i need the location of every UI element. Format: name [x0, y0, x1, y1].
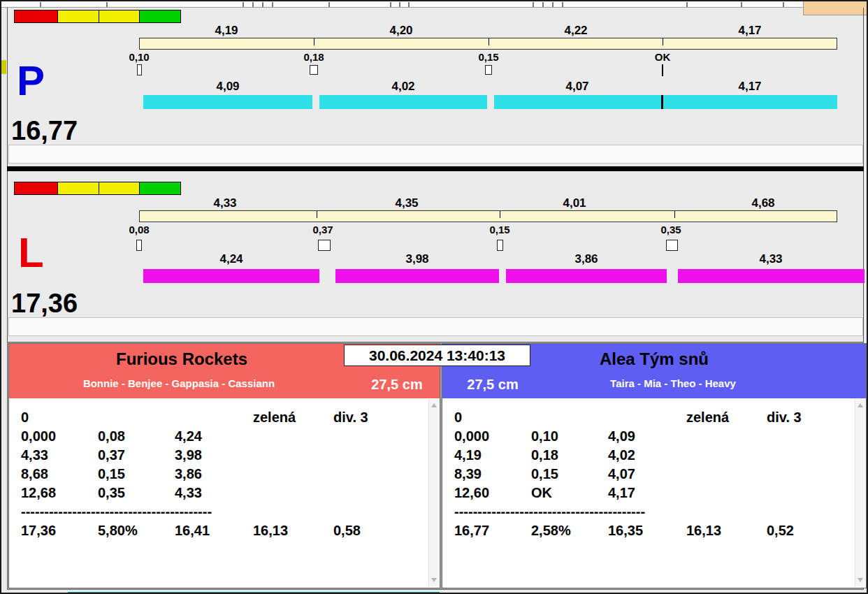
split-time-label: 4,35: [395, 196, 418, 210]
change-marker-box: [497, 240, 503, 251]
lane-p-traffic-light-bar: [14, 10, 181, 23]
change-marker-tick: [662, 64, 663, 76]
change-time-label: 0,08: [129, 224, 149, 236]
run-time-label: 4,02: [391, 80, 414, 94]
table-row: 12,68 0,35 4,33: [21, 484, 428, 502]
lane-l-letter: L: [18, 232, 44, 274]
traffic-green-segment: [140, 182, 180, 194]
team-right-jump-height: 27,5 cm: [451, 377, 535, 393]
split-tick: [314, 38, 314, 45]
datetime-display: 30.06.2024 13:40:13: [344, 345, 530, 366]
scroll-up-icon[interactable]: [858, 403, 863, 407]
window-edge-tick: [262, 2, 263, 7]
scrollbar[interactable]: [855, 399, 865, 586]
split-time-label: 4,19: [215, 24, 238, 38]
change-marker-box: [137, 64, 142, 75]
run-time-label: 4,17: [738, 80, 761, 94]
run-bar-segment: [319, 95, 487, 109]
table-row: 8,68 0,15 3,86: [21, 465, 428, 484]
window-top-edge: [1, 1, 867, 8]
division-label: div. 3: [767, 408, 855, 427]
window-edge-tick: [741, 2, 742, 7]
lane-l-traffic-light-bar: [14, 182, 181, 195]
scroll-down-icon[interactable]: [858, 578, 863, 582]
table-row: 4,33 0,37 3,98: [21, 446, 428, 465]
scroll-down-icon[interactable]: [431, 578, 437, 582]
change-time-label: 0,15: [489, 224, 509, 236]
split-tick: [489, 38, 489, 45]
run-time-label: 3,98: [405, 252, 428, 266]
lane-divider: [7, 166, 864, 171]
run-time-label: 4,33: [759, 252, 782, 266]
change-time-label: 0,10: [129, 51, 149, 63]
table-row: 12,60 OK 4,17: [454, 484, 855, 502]
traffic-yellow-segment: [99, 10, 140, 22]
window-edge-tick: [252, 2, 254, 7]
change-marker-box: [136, 240, 142, 251]
lane-p-empty-strip: [8, 145, 863, 164]
lane-p-cumulative-bar: [139, 38, 837, 50]
division-label: div. 3: [333, 408, 428, 427]
split-time-label: 4,20: [389, 24, 412, 38]
table-row: 0,000 0,10 4,09: [454, 427, 855, 446]
window-edge-tick: [408, 2, 410, 7]
team-right-results[interactable]: 0 zelená div. 3 0,000 0,10 4,09 4,19 0,1…: [442, 398, 855, 588]
split-tick: [317, 211, 317, 218]
light-status: zelená: [253, 408, 333, 427]
run-time-label: 4,09: [216, 80, 239, 94]
change-marker-box: [318, 240, 331, 251]
traffic-red-segment: [15, 10, 58, 22]
traffic-green-segment: [140, 10, 180, 22]
run-bar-segment: [678, 269, 865, 283]
split-time-label: 4,33: [213, 196, 236, 210]
table-row: 0,000 0,08 4,24: [21, 427, 428, 446]
window-edge-tick: [542, 2, 544, 7]
table-row: 8,39 0,15 4,07: [454, 465, 855, 484]
background-window-corner: [803, 1, 868, 15]
table-row: 4,19 0,18 4,02: [454, 446, 855, 465]
run-time-label: 4,07: [565, 80, 588, 94]
team-left-name: Furious Rockets: [9, 349, 354, 369]
window-edge-tick: [243, 2, 244, 7]
separator-row: ----------------------------------------…: [21, 502, 428, 521]
lane-l-total-time: 17,36: [11, 290, 78, 317]
lane-p-letter: P: [17, 60, 45, 102]
window-edge-tick: [783, 2, 784, 7]
window-edge-tick: [390, 2, 391, 7]
window-edge-tick: [40, 2, 41, 7]
change-time-label: OK: [655, 51, 671, 63]
split-time-label: 4,22: [564, 24, 587, 38]
lane-l-empty-strip: [8, 317, 863, 336]
run-time-label: 4,24: [219, 252, 243, 266]
lane-l-cumulative-bar: [139, 210, 837, 222]
run-time-label: 3,86: [574, 252, 598, 266]
split-tick: [674, 211, 675, 218]
split-tick: [500, 211, 500, 218]
traffic-yellow-segment: [99, 182, 140, 194]
window-edge-tick: [533, 2, 534, 7]
split-time-label: 4,01: [563, 196, 586, 210]
window-edge-tick: [686, 2, 688, 7]
lane-p-total-time: 16,77: [11, 117, 78, 144]
team-left-results[interactable]: 0 zelená div. 3 0,000 0,08 4,24 4,33 0,3…: [9, 398, 428, 588]
window-edge-tick: [399, 2, 400, 7]
run-bar-segment: [335, 269, 499, 283]
totals-row: 17,36 5,80% 16,41 16,13 0,58: [21, 521, 428, 540]
separator-row: ----------------------------------------…: [454, 502, 855, 521]
light-status: zelená: [686, 408, 767, 427]
change-marker-box: [485, 65, 492, 75]
team-right-members: Taira - Mia - Theo - Heavy: [484, 377, 862, 389]
change-time-label: 0,35: [660, 224, 681, 236]
run-bar-segment: [143, 95, 312, 109]
scrollbar[interactable]: [428, 399, 439, 586]
traffic-red-segment: [15, 182, 58, 194]
window-edge-tick: [328, 2, 330, 7]
change-marker-box: [666, 240, 678, 251]
team-panel-right: Alea Tým snů Taira - Mia - Theo - Heavy …: [442, 343, 867, 588]
split-time-label: 4,17: [738, 24, 761, 38]
scroll-up-icon[interactable]: [431, 403, 437, 407]
change-marker-box: [310, 65, 318, 75]
info-row: 0 zelená div. 3: [454, 408, 855, 427]
team-panel-left: Furious Rockets Bonnie - Benjee - Gappas…: [8, 343, 440, 588]
info-row: 0 zelená div. 3: [21, 408, 428, 427]
